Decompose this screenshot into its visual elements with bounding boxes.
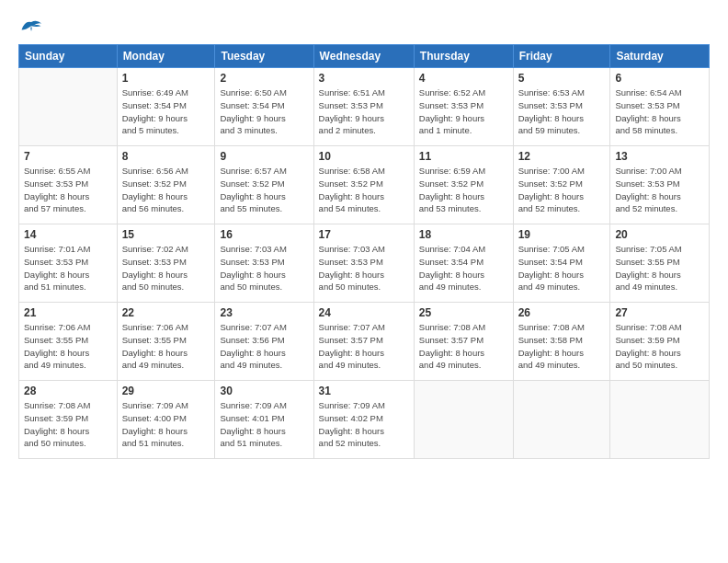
day-cell-22: 22Sunrise: 7:06 AM Sunset: 3:55 PM Dayli… xyxy=(117,303,215,381)
day-number: 14 xyxy=(24,228,112,241)
day-info: Sunrise: 6:53 AM Sunset: 3:53 PM Dayligh… xyxy=(518,86,606,137)
weekday-header-thursday: Thursday xyxy=(414,45,513,68)
day-info: Sunrise: 7:06 AM Sunset: 3:55 PM Dayligh… xyxy=(24,321,112,372)
day-cell-5: 5Sunrise: 6:53 AM Sunset: 3:53 PM Daylig… xyxy=(513,68,610,146)
day-number: 7 xyxy=(24,150,112,163)
day-cell-4: 4Sunrise: 6:52 AM Sunset: 3:53 PM Daylig… xyxy=(414,68,513,146)
day-cell-25: 25Sunrise: 7:08 AM Sunset: 3:57 PM Dayli… xyxy=(414,303,513,381)
logo-bird-icon xyxy=(18,17,44,37)
day-cell-15: 15Sunrise: 7:02 AM Sunset: 3:53 PM Dayli… xyxy=(117,224,215,303)
day-info: Sunrise: 6:56 AM Sunset: 3:52 PM Dayligh… xyxy=(122,165,210,215)
day-cell-1: 1Sunrise: 6:49 AM Sunset: 3:54 PM Daylig… xyxy=(117,68,215,146)
day-info: Sunrise: 7:05 AM Sunset: 3:55 PM Dayligh… xyxy=(615,243,704,293)
day-number: 19 xyxy=(518,228,606,241)
day-info: Sunrise: 6:57 AM Sunset: 3:52 PM Dayligh… xyxy=(220,165,308,215)
day-info: Sunrise: 6:50 AM Sunset: 3:54 PM Dayligh… xyxy=(220,86,308,137)
day-number: 22 xyxy=(122,306,210,319)
day-number: 1 xyxy=(122,72,210,85)
day-cell-23: 23Sunrise: 7:07 AM Sunset: 3:56 PM Dayli… xyxy=(215,303,313,381)
day-cell-10: 10Sunrise: 6:58 AM Sunset: 3:52 PM Dayli… xyxy=(313,146,414,224)
weekday-header-saturday: Saturday xyxy=(610,45,710,68)
day-number: 21 xyxy=(24,306,112,319)
day-info: Sunrise: 7:07 AM Sunset: 3:56 PM Dayligh… xyxy=(220,321,308,372)
day-number: 30 xyxy=(220,385,308,397)
day-cell-6: 6Sunrise: 6:54 AM Sunset: 3:53 PM Daylig… xyxy=(610,68,710,146)
day-cell-30: 30Sunrise: 7:09 AM Sunset: 4:01 PM Dayli… xyxy=(215,381,313,459)
day-info: Sunrise: 7:09 AM Sunset: 4:02 PM Dayligh… xyxy=(319,399,409,450)
day-number: 28 xyxy=(24,385,112,397)
empty-cell xyxy=(19,68,118,146)
day-number: 10 xyxy=(319,150,409,163)
logo xyxy=(18,17,48,37)
day-cell-18: 18Sunrise: 7:04 AM Sunset: 3:54 PM Dayli… xyxy=(414,224,513,303)
day-number: 4 xyxy=(419,72,508,85)
day-info: Sunrise: 7:09 AM Sunset: 4:01 PM Dayligh… xyxy=(220,399,308,450)
day-cell-8: 8Sunrise: 6:56 AM Sunset: 3:52 PM Daylig… xyxy=(117,146,215,224)
day-info: Sunrise: 7:05 AM Sunset: 3:54 PM Dayligh… xyxy=(518,243,606,293)
weekday-header-sunday: Sunday xyxy=(19,45,118,68)
day-info: Sunrise: 7:08 AM Sunset: 3:59 PM Dayligh… xyxy=(24,399,112,450)
day-cell-31: 31Sunrise: 7:09 AM Sunset: 4:02 PM Dayli… xyxy=(313,381,414,459)
page: SundayMondayTuesdayWednesdayThursdayFrid… xyxy=(0,0,728,563)
day-cell-16: 16Sunrise: 7:03 AM Sunset: 3:53 PM Dayli… xyxy=(215,224,313,303)
day-number: 12 xyxy=(518,150,606,163)
day-number: 8 xyxy=(122,150,210,163)
empty-cell xyxy=(414,381,513,459)
day-info: Sunrise: 7:01 AM Sunset: 3:53 PM Dayligh… xyxy=(24,243,112,293)
day-cell-19: 19Sunrise: 7:05 AM Sunset: 3:54 PM Dayli… xyxy=(513,224,610,303)
day-info: Sunrise: 7:08 AM Sunset: 3:59 PM Dayligh… xyxy=(615,321,704,372)
day-info: Sunrise: 6:52 AM Sunset: 3:53 PM Dayligh… xyxy=(419,86,508,137)
empty-cell xyxy=(513,381,610,459)
weekday-header-monday: Monday xyxy=(117,45,215,68)
day-number: 29 xyxy=(122,385,210,397)
header-area xyxy=(18,17,710,37)
day-info: Sunrise: 6:51 AM Sunset: 3:53 PM Dayligh… xyxy=(319,86,409,137)
day-info: Sunrise: 7:00 AM Sunset: 3:52 PM Dayligh… xyxy=(518,165,606,215)
day-info: Sunrise: 6:54 AM Sunset: 3:53 PM Dayligh… xyxy=(615,86,704,137)
day-number: 20 xyxy=(615,228,704,241)
day-info: Sunrise: 7:03 AM Sunset: 3:53 PM Dayligh… xyxy=(319,243,409,293)
day-cell-28: 28Sunrise: 7:08 AM Sunset: 3:59 PM Dayli… xyxy=(19,381,118,459)
day-cell-14: 14Sunrise: 7:01 AM Sunset: 3:53 PM Dayli… xyxy=(19,224,118,303)
day-cell-27: 27Sunrise: 7:08 AM Sunset: 3:59 PM Dayli… xyxy=(610,303,710,381)
day-info: Sunrise: 7:08 AM Sunset: 3:58 PM Dayligh… xyxy=(518,321,606,372)
day-number: 13 xyxy=(615,150,704,163)
empty-cell xyxy=(610,381,710,459)
day-number: 25 xyxy=(419,306,508,319)
day-number: 3 xyxy=(319,72,409,85)
day-cell-12: 12Sunrise: 7:00 AM Sunset: 3:52 PM Dayli… xyxy=(513,146,610,224)
day-number: 15 xyxy=(122,228,210,241)
day-info: Sunrise: 7:00 AM Sunset: 3:53 PM Dayligh… xyxy=(615,165,704,215)
day-cell-24: 24Sunrise: 7:07 AM Sunset: 3:57 PM Dayli… xyxy=(313,303,414,381)
day-number: 6 xyxy=(615,72,704,85)
week-row-1: 1Sunrise: 6:49 AM Sunset: 3:54 PM Daylig… xyxy=(19,68,710,146)
day-info: Sunrise: 7:07 AM Sunset: 3:57 PM Dayligh… xyxy=(319,321,409,372)
day-number: 5 xyxy=(518,72,606,85)
day-number: 27 xyxy=(615,306,704,319)
weekday-header-wednesday: Wednesday xyxy=(313,45,414,68)
week-row-4: 21Sunrise: 7:06 AM Sunset: 3:55 PM Dayli… xyxy=(19,303,710,381)
day-cell-21: 21Sunrise: 7:06 AM Sunset: 3:55 PM Dayli… xyxy=(19,303,118,381)
day-cell-9: 9Sunrise: 6:57 AM Sunset: 3:52 PM Daylig… xyxy=(215,146,313,224)
day-cell-20: 20Sunrise: 7:05 AM Sunset: 3:55 PM Dayli… xyxy=(610,224,710,303)
day-cell-3: 3Sunrise: 6:51 AM Sunset: 3:53 PM Daylig… xyxy=(313,68,414,146)
day-cell-29: 29Sunrise: 7:09 AM Sunset: 4:00 PM Dayli… xyxy=(117,381,215,459)
weekday-header-tuesday: Tuesday xyxy=(215,45,313,68)
week-row-3: 14Sunrise: 7:01 AM Sunset: 3:53 PM Dayli… xyxy=(19,224,710,303)
week-row-2: 7Sunrise: 6:55 AM Sunset: 3:53 PM Daylig… xyxy=(19,146,710,224)
day-number: 16 xyxy=(220,228,308,241)
day-number: 24 xyxy=(319,306,409,319)
day-info: Sunrise: 7:08 AM Sunset: 3:57 PM Dayligh… xyxy=(419,321,508,372)
day-number: 23 xyxy=(220,306,308,319)
day-cell-11: 11Sunrise: 6:59 AM Sunset: 3:52 PM Dayli… xyxy=(414,146,513,224)
day-number: 31 xyxy=(319,385,409,397)
week-row-5: 28Sunrise: 7:08 AM Sunset: 3:59 PM Dayli… xyxy=(19,381,710,459)
day-number: 17 xyxy=(319,228,409,241)
day-number: 2 xyxy=(220,72,308,85)
day-info: Sunrise: 6:59 AM Sunset: 3:52 PM Dayligh… xyxy=(419,165,508,215)
day-cell-26: 26Sunrise: 7:08 AM Sunset: 3:58 PM Dayli… xyxy=(513,303,610,381)
day-info: Sunrise: 7:02 AM Sunset: 3:53 PM Dayligh… xyxy=(122,243,210,293)
day-info: Sunrise: 7:04 AM Sunset: 3:54 PM Dayligh… xyxy=(419,243,508,293)
day-info: Sunrise: 7:06 AM Sunset: 3:55 PM Dayligh… xyxy=(122,321,210,372)
day-info: Sunrise: 7:09 AM Sunset: 4:00 PM Dayligh… xyxy=(122,399,210,450)
